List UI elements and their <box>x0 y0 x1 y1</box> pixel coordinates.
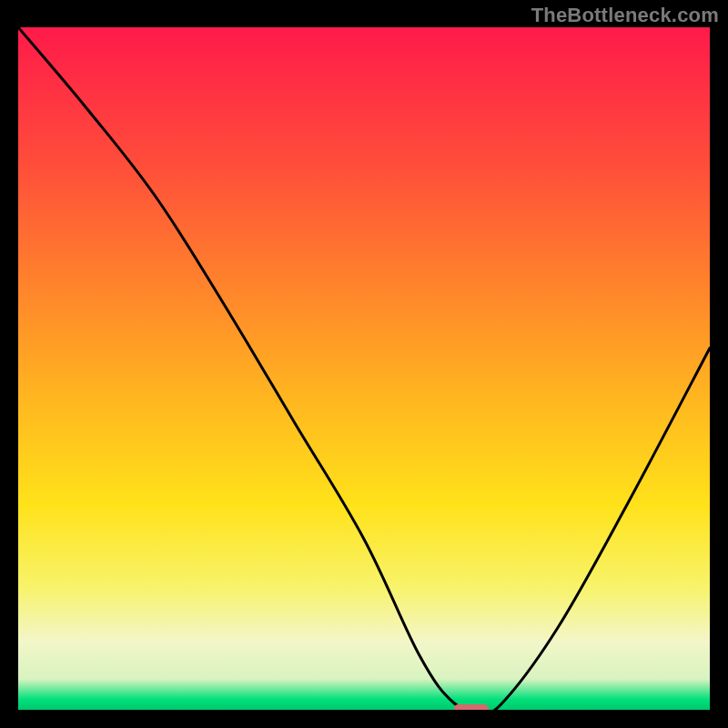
chart-svg <box>18 27 710 710</box>
chart-plot-area <box>18 27 710 710</box>
gradient-background <box>18 27 710 710</box>
watermark-text: TheBottleneck.com <box>531 4 719 27</box>
chart-frame: TheBottleneck.com <box>0 0 728 728</box>
minimum-marker <box>454 704 489 710</box>
